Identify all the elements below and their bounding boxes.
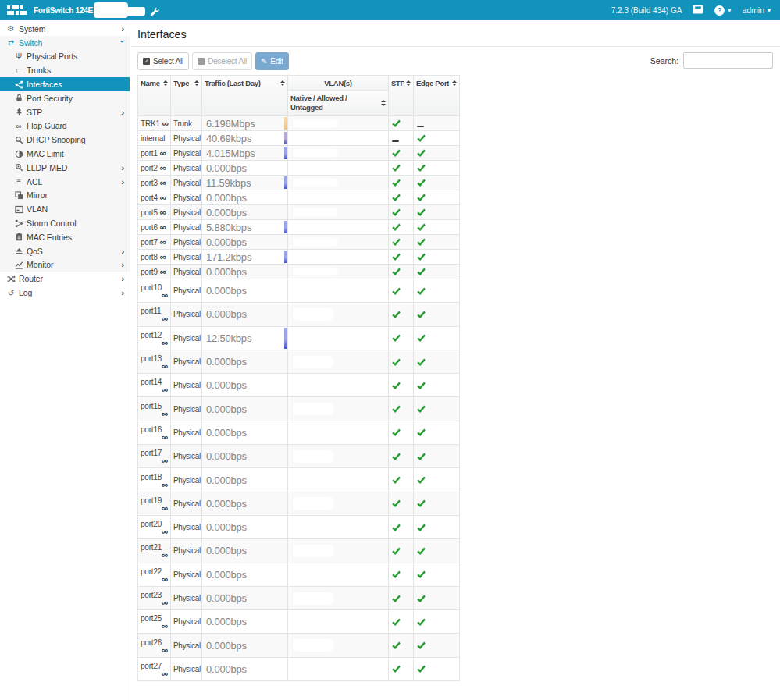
redacted-vlan — [293, 208, 338, 217]
table-row-port7[interactable]: port7∞Physical0.000bps — [138, 235, 460, 250]
link-icon: ∞ — [160, 194, 166, 201]
interface-type: Physical — [171, 303, 202, 326]
check-icon — [417, 524, 426, 533]
sidebar-item-trunks[interactable]: ∟Trunks — [0, 63, 130, 77]
table-row-port5[interactable]: port5∞Physical0.000bps — [138, 205, 460, 220]
redacted-vlan — [293, 268, 338, 276]
table-row-port8[interactable]: port8∞Physical171.2kbps — [138, 250, 460, 265]
redacted-vlan — [293, 253, 338, 261]
sidebar-item-log[interactable]: ↺Log› — [0, 286, 130, 300]
table-row-port21[interactable]: port21∞Physical0.000bps — [138, 539, 460, 563]
search-input[interactable] — [683, 52, 773, 69]
link-icon: ∞ — [141, 552, 168, 558]
table-row-port15[interactable]: port15∞Physical0.000bps — [138, 397, 460, 421]
table-row-TRK1[interactable]: TRK1∞Trunk6.196Mbps — [138, 116, 460, 131]
check-icon — [417, 209, 426, 218]
table-row-port4[interactable]: port4∞Physical0.000bps — [138, 190, 460, 205]
select-all-button[interactable]: ✓ Select All — [137, 52, 189, 70]
dash-icon — [417, 120, 424, 129]
interface-type: Physical — [171, 586, 202, 609]
sidebar-item-interfaces[interactable]: Interfaces — [0, 77, 130, 91]
checkbox-checked-icon: ✓ — [143, 58, 150, 65]
table-row-port2[interactable]: port2∞Physical0.000bps — [138, 161, 460, 176]
table-row-port25[interactable]: port25∞Physical0.000bps — [138, 610, 460, 634]
table-row-port22[interactable]: port22∞Physical0.000bps — [138, 563, 460, 586]
sidebar-item-vlan[interactable]: VLAN — [0, 202, 130, 216]
interface-type: Physical — [171, 326, 202, 350]
table-row-port3[interactable]: port3∞Physical11.59kbps — [138, 176, 460, 190]
traffic-value: 11.59kbps — [206, 177, 251, 189]
redacted-vlan — [293, 223, 338, 232]
sidebar-item-monitor[interactable]: Monitor› — [0, 258, 130, 272]
flap-guard-icon: ∞ — [14, 122, 23, 130]
traffic-value: 0.000bps — [206, 592, 247, 604]
help-menu[interactable]: ? ▾ — [714, 5, 731, 16]
check-icon — [417, 453, 426, 462]
check-icon — [417, 548, 426, 556]
sidebar-item-router[interactable]: Router› — [0, 272, 130, 286]
table-row-port13[interactable]: port13∞Physical0.000bps — [138, 350, 460, 373]
interface-type: Physical — [171, 190, 202, 205]
edit-button[interactable]: ✎ Edit — [255, 52, 289, 70]
link-icon: ∞ — [141, 481, 168, 488]
check-icon — [392, 619, 401, 627]
table-row-port23[interactable]: port23∞Physical0.000bps — [138, 586, 460, 609]
col-header-stp[interactable]: STP — [389, 76, 414, 116]
sidebar-item-lldp-med[interactable]: LLDP-MED› — [0, 161, 130, 175]
sidebar-item-mirror[interactable]: Mirror — [0, 189, 130, 203]
sidebar-item-mac-limit[interactable]: MAC Limit — [0, 147, 130, 161]
sidebar-item-acl[interactable]: ≡ACL› — [0, 175, 130, 189]
sidebar-item-switch[interactable]: ⇄Switch› — [0, 36, 130, 50]
table-row-port16[interactable]: port16∞Physical0.000bps — [138, 421, 460, 444]
interface-name: internal — [141, 134, 165, 143]
table-row-port6[interactable]: port6∞Physical5.880kbps — [138, 220, 460, 235]
check-icon — [392, 150, 401, 158]
table-row-port20[interactable]: port20∞Physical0.000bps — [138, 515, 460, 538]
table-row-port10[interactable]: port10∞Physical0.000bps — [138, 279, 460, 303]
chevron-right-icon: › — [121, 164, 124, 172]
col-header-name[interactable]: Name — [138, 76, 171, 116]
table-row-port26[interactable]: port26∞Physical0.000bps — [138, 634, 460, 657]
save-icon[interactable] — [693, 3, 703, 17]
link-icon: ∞ — [141, 528, 168, 535]
interface-type: Physical — [171, 492, 202, 515]
redacted-vlan — [293, 663, 333, 675]
table-row-port18[interactable]: port18∞Physical0.000bps — [138, 468, 460, 492]
check-icon — [392, 335, 401, 343]
sidebar-item-port-security[interactable]: Port Security — [0, 91, 130, 105]
admin-menu[interactable]: admin ▾ — [742, 5, 771, 15]
sidebar-item-mac-entries[interactable]: MAC Entries — [0, 230, 130, 244]
sidebar-item-system[interactable]: ⚙System› — [0, 22, 130, 36]
check-icon — [392, 254, 401, 262]
table-row-port1[interactable]: port1∞Physical4.015Mbps — [138, 146, 460, 161]
link-icon: ∞ — [160, 254, 166, 260]
lldp-med-icon — [14, 163, 23, 172]
table-row-port9[interactable]: port9∞Physical0.000bps — [138, 265, 460, 279]
sidebar-item-stp[interactable]: STP› — [0, 105, 130, 119]
sidebar-item-dhcp-snooping[interactable]: DHCP Snooping — [0, 133, 130, 147]
col-header-traffic[interactable]: Traffic (Last Day) — [202, 76, 288, 116]
sidebar-item-qos[interactable]: QoS› — [0, 244, 130, 258]
table-row-port17[interactable]: port17∞Physical0.000bps — [138, 445, 460, 468]
col-header-type[interactable]: Type — [171, 76, 202, 116]
table-row-port12[interactable]: port12∞Physical12.50kbps — [138, 326, 460, 350]
wrench-icon[interactable] — [150, 5, 159, 20]
table-row-port19[interactable]: port19∞Physical0.000bps — [138, 492, 460, 515]
interface-name: port6 — [141, 223, 158, 232]
traffic-value: 0.000bps — [206, 498, 247, 510]
table-row-port11[interactable]: port11∞Physical0.000bps — [138, 303, 460, 326]
check-icon — [417, 406, 426, 414]
deselect-all-button[interactable]: Deselect All — [192, 52, 252, 70]
link-icon: ∞ — [141, 386, 168, 393]
table-row-internal[interactable]: internalPhysical40.69kbps — [138, 131, 460, 146]
interface-name: port8 — [141, 253, 158, 261]
table-row-port27[interactable]: port27∞Physical0.000bps — [138, 657, 460, 680]
sidebar-item-storm-control[interactable]: Storm Control — [0, 216, 130, 230]
table-row-port14[interactable]: port14∞Physical0.000bps — [138, 374, 460, 397]
sidebar-item-flap-guard[interactable]: ∞Flap Guard — [0, 119, 130, 133]
check-icon — [417, 150, 426, 158]
col-header-vlan-native-allowed-untagged[interactable]: Native / Allowed / Untagged — [288, 91, 389, 116]
sidebar-item-physical-ports[interactable]: ΨPhysical Ports — [0, 50, 130, 64]
interfaces-icon — [14, 80, 23, 89]
col-header-edge-port[interactable]: Edge Port — [414, 76, 460, 116]
